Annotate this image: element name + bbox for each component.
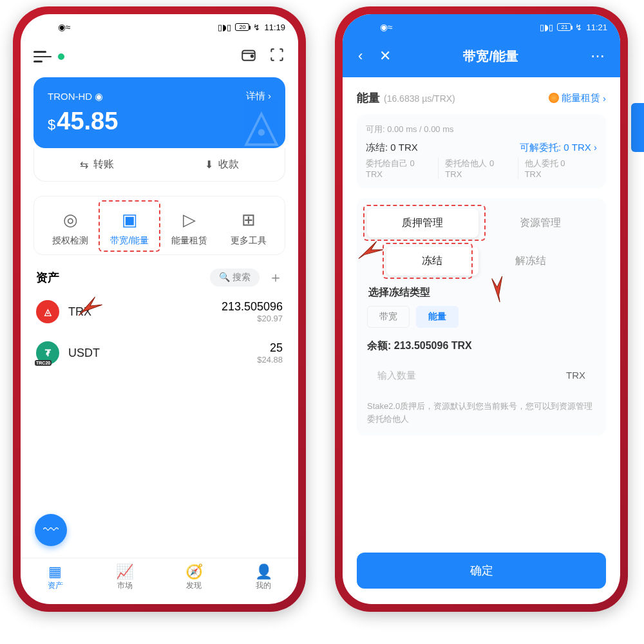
tool-more[interactable]: ⊞更多工具 [219,208,278,247]
nav-me-icon: 👤 [229,564,298,580]
tab-stake-manage[interactable]: 质押管理 [367,209,478,238]
device-right: ◉ ≈ ▯◗▯ 21 ↯ 11:21 ‹ ✕ 带宽/能量 ⋯ 能量(16.683… [335,6,628,612]
pill-energy[interactable]: 能量 [416,306,459,328]
assets-title: 资产 [36,270,59,285]
status-bar: ◉ ≈ ▯◗▯ 21 ↯ 11:21 [343,14,620,40]
input-unit: TRX [566,370,585,382]
grid-icon: ⊞ [219,208,278,231]
device-left: ◉ ≈ ▯◗▯ 20 ↯ 11:19 [13,6,306,612]
side-tab [631,103,644,152]
freeze-type-title: 选择冻结类型 [368,286,594,299]
wifi-icon: ◉ ≈ [58,22,70,32]
search-input[interactable]: 🔍 搜索 [210,269,260,287]
add-asset-button[interactable]: ＋ [269,268,283,287]
battery-icon: 21 [557,23,571,31]
connection-dot [58,53,64,60]
vibrate-icon: ▯◗▯ [218,23,231,32]
nav-market-icon: 📈 [90,564,160,580]
bottom-nav: ▦资产 📈市场 🧭发现 👤我的 [21,558,298,604]
asset-usd: $20.97 [222,314,283,323]
freeze-info-card: 可用: 0.00 ms / 0.00 ms 冻结: 0 TRX 可解委托: 0 … [357,115,606,188]
balance-line: 余额: 213.505096 TRX [367,339,596,353]
tab-freeze[interactable]: 冻结 [386,247,478,276]
close-button[interactable]: ✕ [375,44,395,68]
frozen-amount: 冻结: 0 TRX [366,142,418,154]
balance-amount: $45.85 [48,108,271,135]
back-button[interactable]: ‹ [354,44,366,68]
red-arrow [355,234,387,266]
more-button[interactable]: ⋯ [587,44,609,68]
shield-icon: ◎ [41,208,100,231]
status-bar: ◉ ≈ ▯◗▯ 20 ↯ 11:19 [21,14,298,40]
tron-bg-icon: ◬ [244,99,279,148]
wifi-icon: ◉ ≈ [380,22,392,32]
charging-icon: ↯ [253,23,260,32]
tool-auth-check[interactable]: ◎授权检测 [41,208,100,247]
trx-icon: ◬ [36,300,59,323]
battery-level: 20 [239,24,245,30]
screen-left: ◉ ≈ ▯◗▯ 20 ↯ 11:19 [21,14,298,604]
receive-icon: ⬇ [205,158,213,171]
stake-note: Stake2.0质押后，资源默认到您当前账号，您可以到资源管理委托给他人 [367,400,596,425]
eye-icon[interactable]: ◉ [95,91,103,102]
energy-rent-link[interactable]: 能量租赁 › [549,92,606,104]
nav-discover-icon: 🧭 [160,564,229,580]
asset-usd: $24.88 [257,355,283,365]
cursor-icon: ▷ [160,208,219,231]
status-time: 11:19 [264,23,285,32]
scan-icon[interactable] [269,46,285,67]
col-others-in: 他人委托 0TRX [518,158,597,179]
transfer-icon: ⇆ [80,158,88,171]
available-text: 可用: 0.00 ms / 0.00 ms [366,124,597,135]
asset-symbol: TRX [68,305,222,319]
tool-bandwidth-energy[interactable]: ▣带宽/能量 [100,208,159,247]
tools-card: ◎授权检测 ▣带宽/能量 ▷能量租赁 ⊞更多工具 [33,196,285,255]
amount-input[interactable]: 输入数量 TRX [367,359,596,392]
charging-icon: ↯ [575,23,582,32]
fire-icon [549,93,559,103]
pill-bandwidth[interactable]: 带宽 [367,306,410,328]
page-header: ‹ ✕ 带宽/能量 ⋯ [343,40,620,77]
energy-rate: (16.6838 µs/TRX) [384,93,455,104]
tab-resource-manage[interactable]: 资源管理 [485,209,596,238]
input-placeholder: 输入数量 [377,370,416,382]
usdt-icon: ₮TRC20 [36,341,59,365]
status-time: 11:21 [586,23,607,32]
battery-level: 21 [561,24,567,30]
asset-symbol: USDT [68,346,257,360]
nav-discover[interactable]: 🧭发现 [160,564,229,591]
screen-right: ◉ ≈ ▯◗▯ 21 ↯ 11:21 ‹ ✕ 带宽/能量 ⋯ 能量(16.683… [343,14,620,604]
asset-row-trx[interactable]: ◬ TRX 213.505096$20.97 [21,291,298,332]
delegate-link[interactable]: 可解委托: 0 TRX › [520,142,597,154]
page-title: 带宽/能量 [463,48,518,65]
top-bar [21,40,298,72]
col-others-out: 委托给他人 0TRX [438,158,517,179]
tab-unfreeze[interactable]: 解冻结 [485,247,577,276]
fab-button[interactable]: 〰 [35,514,67,546]
wallet-icon[interactable] [240,46,257,67]
menu-icon[interactable] [33,51,52,62]
stake-card: 质押管理 资源管理 冻结 解冻结 选择冻结类型 带宽 [357,198,606,435]
seg-manage: 质押管理 资源管理 [367,209,596,238]
svg-point-1 [251,55,253,57]
wallet-name: TRON-HD [48,91,92,102]
chip-icon: ▣ [100,208,159,231]
transfer-button[interactable]: ⇆转账 [34,148,160,181]
battery-icon: 20 [235,23,249,31]
seg-freeze: 冻结 解冻结 [386,247,576,276]
receive-button[interactable]: ⬇收款 [160,148,285,181]
col-self: 委托给自己 0TRX [366,158,438,179]
balance-card: TRON-HD ◉ 详情 › $45.85 ◬ [33,77,285,148]
asset-row-usdt[interactable]: ₮TRC20 USDT 25$24.88 [21,332,298,374]
asset-amount: 25 [257,341,283,355]
tool-energy-rent[interactable]: ▷能量租赁 [160,208,219,247]
nav-me[interactable]: 👤我的 [229,564,298,591]
energy-label: 能量(16.6838 µs/TRX) [357,90,455,106]
nav-assets[interactable]: ▦资产 [21,564,90,591]
confirm-button[interactable]: 确定 [357,553,606,589]
vibrate-icon: ▯◗▯ [540,23,553,32]
nav-assets-icon: ▦ [21,564,90,580]
asset-amount: 213.505096 [222,300,283,314]
nav-market[interactable]: 📈市场 [90,564,160,591]
